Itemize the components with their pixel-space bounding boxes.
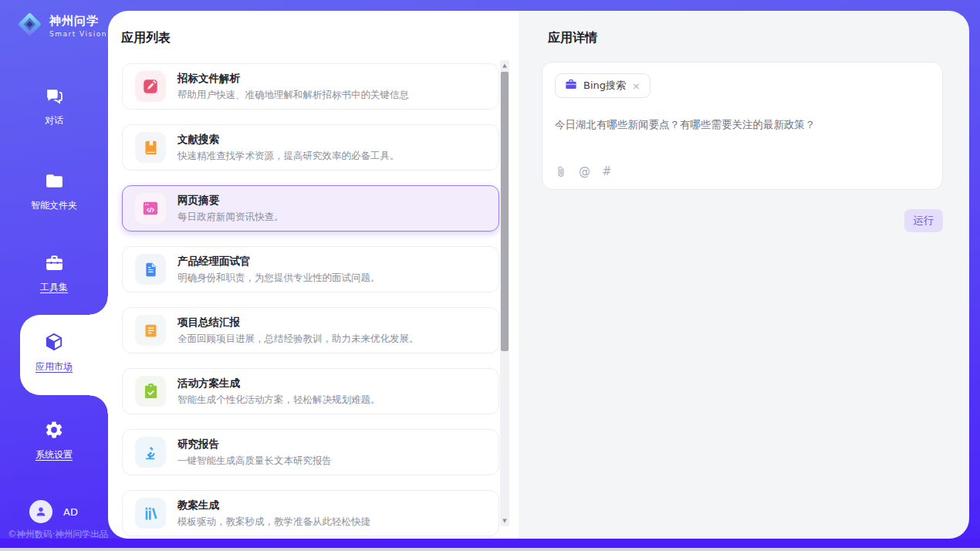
app-description: 全面回顾项目进展，总结经验教训，助力未来优化发展。 <box>177 333 419 346</box>
app-description: 帮助用户快速、准确地理解和解析招标书中的关键信息 <box>177 89 409 102</box>
sidebar-item-settings[interactable]: 系统设置 <box>0 420 108 461</box>
app-title: 研究报告 <box>177 438 332 451</box>
clipboard-check-icon <box>135 376 166 407</box>
sidebar-item-label: 工具集 <box>40 281 68 294</box>
app-card[interactable]: 网页摘要 每日政府新闻资讯快查。 <box>122 185 499 232</box>
resume-icon <box>135 254 166 285</box>
scroll-up-arrow-icon[interactable]: ▲ <box>500 60 509 71</box>
scrollbar-thumb[interactable] <box>501 72 509 351</box>
app-card[interactable]: 招标文件解析 帮助用户快速、准确地理解和解析招标书中的关键信息 <box>122 63 499 110</box>
cube-icon <box>44 332 64 355</box>
app-title: 活动方案生成 <box>177 377 380 390</box>
briefcase-icon <box>565 78 577 93</box>
app-title: 招标文件解析 <box>177 72 409 86</box>
main-content: 应用列表 招标文件解析 帮助用户快速、准确地理解和解析招标书中的关键信息 文献搜… <box>108 11 969 539</box>
edit-square-icon <box>135 71 166 102</box>
mention-icon[interactable]: @ <box>579 164 590 178</box>
app-card[interactable]: 研究报告 一键智能生成高质量长文本研究报告 <box>122 429 499 475</box>
toolbox-icon <box>45 253 64 276</box>
tool-tag-label: Bing搜索 <box>583 79 626 93</box>
brand-logo: 神州问学 Smart Vision <box>15 10 107 42</box>
paperclip-icon[interactable] <box>555 165 567 177</box>
diamond-logo-icon <box>15 10 44 42</box>
app-title: 文献搜索 <box>177 133 400 147</box>
brand-name: 神州问学 <box>49 14 107 29</box>
app-list-title: 应用列表 <box>121 30 171 46</box>
app-title: 网页摘要 <box>177 194 284 208</box>
sidebar-item-toolset[interactable]: 工具集 <box>0 253 108 294</box>
app-description: 每日政府新闻资讯快查。 <box>177 211 284 224</box>
app-list: 招标文件解析 帮助用户快速、准确地理解和解析招标书中的关键信息 文献搜索 快速精… <box>122 63 499 536</box>
scroll-down-arrow-icon[interactable]: ▼ <box>500 516 509 526</box>
microscope-icon <box>135 437 166 468</box>
app-card[interactable]: 文献搜索 快速精准查找学术资源，提高研究效率的必备工具。 <box>122 124 499 171</box>
sidebar-item-label: 对话 <box>45 114 63 127</box>
avatar <box>29 500 52 523</box>
book-icon <box>135 132 166 163</box>
tool-tag-bing-search[interactable]: Bing搜索 × <box>555 73 651 98</box>
app-description: 模板驱动，教案秒成，教学准备从此轻松快捷 <box>177 516 370 529</box>
user-initials: AD <box>63 506 78 518</box>
app-card[interactable]: 教案生成 模板驱动，教案秒成，教学准备从此轻松快捷 <box>122 490 499 536</box>
app-card[interactable]: 产品经理面试官 明确身份和职责，为您提供专业性的面试问题。 <box>122 246 499 292</box>
app-description: 智能生成个性化活动方案，轻松解决规划难题。 <box>177 394 380 407</box>
report-note-icon <box>135 315 166 346</box>
app-card[interactable]: 活动方案生成 智能生成个性化活动方案，轻松解决规划难题。 <box>122 368 499 414</box>
user-account[interactable]: AD <box>29 500 78 523</box>
chat-icon <box>45 86 64 109</box>
sidebar-item-label: 智能文件夹 <box>31 199 77 212</box>
sidebar-item-label: 系统设置 <box>35 448 73 461</box>
sidebar-item-label: 应用市场 <box>35 360 73 374</box>
frame-bottom-edge <box>0 548 980 551</box>
app-detail-panel: 应用详情 Bing搜索 × 今日湖北有哪些新闻要点？有哪些需要关注的最新政策？ <box>519 11 969 539</box>
app-card[interactable]: 项目总结汇报 全面回顾项目进展，总结经验教训，助力未来优化发展。 <box>122 307 499 353</box>
run-button[interactable]: 运行 <box>904 209 943 232</box>
app-list-panel: 应用列表 招标文件解析 帮助用户快速、准确地理解和解析招标书中的关键信息 文献搜… <box>108 11 519 539</box>
sidebar-item-chat[interactable]: 对话 <box>0 86 108 127</box>
app-description: 一键智能生成高质量长文本研究报告 <box>177 455 332 468</box>
folder-icon <box>45 171 64 194</box>
scrollbar[interactable]: ▲ ▼ <box>500 60 509 526</box>
hash-icon[interactable]: # <box>602 164 612 178</box>
brand-tagline: Smart Vision <box>49 30 107 38</box>
query-input[interactable]: 今日湖北有哪些新闻要点？有哪些需要关注的最新政策？ <box>555 117 930 150</box>
frame-bottom-band <box>0 539 980 548</box>
browser-code-icon <box>135 193 166 224</box>
sidebar: 神州问学 Smart Vision 对话 智能文件夹 工具集 <box>0 0 108 540</box>
books-icon <box>135 498 166 529</box>
app-detail-title: 应用详情 <box>548 30 597 46</box>
app-description: 快速精准查找学术资源，提高研究效率的必备工具。 <box>177 150 400 163</box>
sidebar-item-app-market[interactable]: 应用市场 <box>0 332 108 374</box>
prompt-card: Bing搜索 × 今日湖北有哪些新闻要点？有哪些需要关注的最新政策？ @ # <box>542 62 943 190</box>
app-title: 产品经理面试官 <box>177 255 380 269</box>
app-description: 明确身份和职责，为您提供专业性的面试问题。 <box>177 272 380 285</box>
gear-icon <box>44 420 64 443</box>
close-icon[interactable]: × <box>632 81 640 91</box>
attachment-toolbar: @ # <box>555 164 612 178</box>
app-title: 教案生成 <box>177 499 370 512</box>
app-title: 项目总结汇报 <box>177 316 419 330</box>
sidebar-item-smart-folder[interactable]: 智能文件夹 <box>0 171 108 212</box>
